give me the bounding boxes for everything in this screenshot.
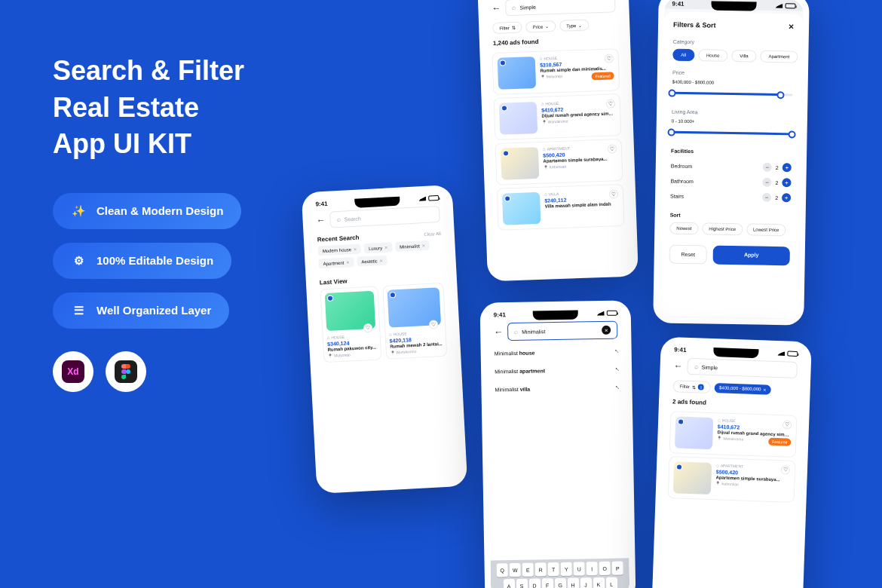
minus-button[interactable]: −: [762, 178, 771, 187]
phone-results: 9:41 ← Simple Filter⇅ Price⌄ Type⌄ 1,240…: [477, 0, 639, 281]
area-range: 0 - 10.000+: [672, 119, 792, 126]
price-dropdown[interactable]: Price⌄: [525, 20, 556, 32]
key[interactable]: P: [612, 562, 623, 575]
key[interactable]: H: [567, 578, 578, 588]
home-icon: [327, 335, 330, 340]
close-icon[interactable]: ×: [384, 245, 387, 250]
plus-button[interactable]: +: [782, 178, 791, 187]
chevron-down-icon: ⌄: [545, 23, 549, 29]
listing-row[interactable]: HOUSE $310,567 Rumah simple dan minimali…: [492, 48, 620, 95]
key[interactable]: I: [586, 562, 598, 575]
layers-icon: ☰: [71, 303, 86, 318]
search-input[interactable]: Simple: [687, 358, 798, 378]
favorite-icon[interactable]: [429, 320, 439, 329]
chip[interactable]: Apartment×: [318, 257, 354, 268]
close-icon[interactable]: ×: [354, 247, 357, 252]
chip[interactable]: Luxury×: [364, 242, 393, 253]
key[interactable]: O: [599, 562, 611, 575]
key[interactable]: G: [554, 578, 565, 588]
key[interactable]: L: [605, 577, 617, 588]
chip[interactable]: Aestetic×: [357, 256, 387, 267]
close-icon[interactable]: ×: [763, 387, 766, 392]
key[interactable]: F: [541, 578, 553, 588]
key[interactable]: Y: [561, 562, 572, 576]
active-filter-chip[interactable]: $400,000 - $800,000×: [715, 383, 771, 395]
favorite-icon[interactable]: [363, 323, 372, 333]
clear-all-link[interactable]: Clear All: [424, 231, 441, 236]
category-pill-all[interactable]: All: [672, 49, 694, 61]
key[interactable]: J: [580, 577, 591, 588]
suggestion-row[interactable]: Minimalist apartment↑: [495, 360, 618, 381]
close-icon[interactable]: ×: [379, 258, 382, 263]
wand-icon: ✨: [71, 204, 86, 219]
search-input[interactable]: Search: [329, 206, 440, 228]
key[interactable]: Q: [497, 563, 508, 577]
close-icon[interactable]: ×: [422, 243, 425, 248]
phone-filters: 9:41 Filters & Sort × Category All House…: [653, 0, 810, 326]
back-icon[interactable]: ←: [673, 360, 682, 371]
sort-option[interactable]: Highest Price: [702, 222, 743, 235]
back-icon[interactable]: ←: [492, 3, 501, 14]
plus-button[interactable]: +: [782, 193, 791, 202]
badge-dot-icon: [389, 292, 395, 298]
key[interactable]: K: [593, 577, 604, 588]
search-input[interactable]: Minimalist×: [507, 321, 617, 341]
key[interactable]: R: [535, 562, 547, 576]
key[interactable]: A: [503, 579, 514, 588]
filter-button[interactable]: Filter⇅: [492, 22, 522, 34]
close-icon[interactable]: ×: [789, 21, 794, 32]
key[interactable]: D: [528, 578, 540, 588]
keyboard[interactable]: Q W E R T Y U I O P A S D F G H J K L: [490, 558, 629, 588]
suggestion-row[interactable]: Minimalist house↑: [494, 342, 617, 363]
price-slider[interactable]: [672, 92, 792, 96]
suggestion-row[interactable]: Minimalist villa↑: [495, 378, 618, 399]
svg-point-0: [126, 369, 130, 374]
type-dropdown[interactable]: Type⌄: [559, 19, 590, 31]
key[interactable]: S: [516, 579, 527, 588]
key[interactable]: W: [510, 563, 521, 577]
listing-row[interactable]: APARTMENT $500,420 Apartemen simple sura…: [495, 139, 623, 185]
price-range: $400,000 - $800,000: [672, 80, 793, 87]
search-input[interactable]: Simple: [505, 0, 616, 16]
phone-recent-search: 9:41 ← Search Recent Search Clear All Mo…: [302, 185, 468, 494]
sliders-icon: ⇅: [512, 25, 516, 30]
badge-dot-icon: [327, 295, 333, 301]
clear-icon[interactable]: ×: [602, 326, 611, 335]
xd-logo: Xd: [53, 351, 93, 392]
listing-row[interactable]: VILLA $240,112 Villa mewah simple alam i…: [497, 184, 625, 231]
chip[interactable]: Modern house×: [317, 243, 361, 256]
badge-dot-icon: [501, 105, 507, 111]
listing-row[interactable]: APARTMENT $500,420 Apartemen simple sura…: [668, 456, 796, 503]
sort-option[interactable]: Newest: [669, 222, 698, 235]
figma-logo: [106, 351, 146, 392]
promo-panel: Search & Filter Real Estate App UI KIT ✨…: [53, 53, 244, 392]
badge-dot-icon: [500, 60, 506, 66]
key[interactable]: E: [522, 563, 534, 577]
back-icon[interactable]: ←: [316, 215, 326, 226]
close-icon[interactable]: ×: [346, 259, 349, 265]
filter-button[interactable]: Filter⇅1: [672, 380, 711, 394]
area-slider[interactable]: [672, 131, 792, 136]
chip[interactable]: Minimalist×: [395, 240, 430, 252]
minus-button[interactable]: −: [762, 193, 771, 202]
category-pill-house[interactable]: House: [698, 49, 728, 62]
listing-row[interactable]: HOUSE $410,672 Dijual rumah grand agency…: [669, 411, 798, 458]
plus-button[interactable]: +: [782, 163, 792, 172]
property-card[interactable]: HOUSE $420,118 Rumah mewah 2 lantai... W…: [382, 283, 448, 360]
key[interactable]: T: [548, 562, 559, 576]
badge-dot-icon: [504, 195, 510, 201]
property-card[interactable]: HOUSE $340,124 Rumah pakuwon city... Mul…: [320, 286, 381, 363]
category-pill-villa[interactable]: Villa: [731, 50, 757, 63]
reset-button[interactable]: Reset: [669, 245, 707, 265]
key[interactable]: U: [574, 562, 585, 575]
back-icon[interactable]: ←: [494, 326, 503, 337]
listing-row[interactable]: HOUSE $410,672 Dijual rumah grand agency…: [494, 93, 622, 140]
arrow-icon: ↑: [613, 366, 620, 373]
filters-header: Filters & Sort ×: [664, 11, 803, 36]
nodes-icon: ⚙: [71, 253, 86, 268]
tool-logos: Xd: [53, 351, 244, 392]
sort-option[interactable]: Lowest Price: [746, 223, 786, 236]
category-pill-apartment[interactable]: Apartment: [760, 51, 798, 63]
apply-button[interactable]: Apply: [713, 246, 790, 266]
minus-button[interactable]: −: [763, 163, 772, 172]
